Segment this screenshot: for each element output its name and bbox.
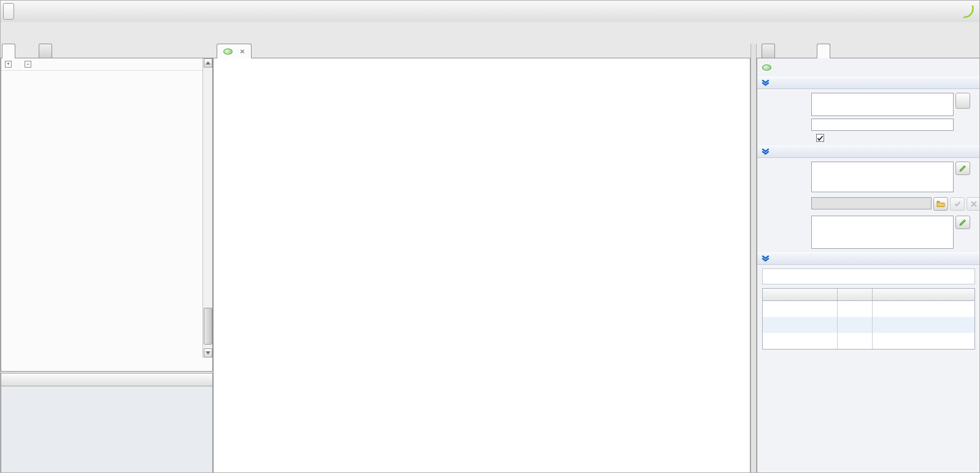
- app-window: + − ×: [0, 0, 980, 473]
- panel-splitter[interactable]: [750, 44, 757, 473]
- folder-icon: [936, 200, 946, 208]
- collapse-all-button[interactable]: −: [25, 61, 34, 68]
- liens-toolbar: [762, 268, 975, 284]
- liens-table: [762, 288, 975, 350]
- menu-bar: [3, 3, 14, 20]
- auto-name-checkbox[interactable]: [816, 134, 824, 142]
- liens-empty-row: [763, 317, 974, 333]
- overview-title: [1, 373, 212, 386]
- scroll-up-button[interactable]: [204, 58, 212, 68]
- x-icon: [971, 201, 977, 207]
- aide-input[interactable]: [811, 216, 954, 249]
- project-panel: + −: [1, 58, 213, 372]
- auto-name-row: [757, 132, 980, 146]
- tree-scrollbar[interactable]: [203, 58, 212, 358]
- minus-box-icon: −: [25, 61, 31, 68]
- liens-empty-row: [763, 333, 974, 349]
- chevron-down-icon: [762, 80, 770, 86]
- logo-swoosh-icon: [963, 5, 974, 20]
- section-general[interactable]: [757, 77, 980, 89]
- nom-int-input[interactable]: [811, 119, 954, 131]
- diagram-svg: [214, 58, 750, 473]
- descr-input[interactable]: [811, 162, 954, 192]
- abstract-model-icon: [223, 49, 233, 55]
- edit-aide-button[interactable]: [955, 216, 970, 229]
- clear-button: [966, 197, 980, 211]
- scroll-thumb[interactable]: [204, 308, 212, 345]
- project-tree: [1, 71, 212, 370]
- chevron-down-icon: [762, 256, 770, 262]
- minimap[interactable]: [1, 386, 212, 473]
- etendue-input: [811, 197, 932, 209]
- confirm-button: [950, 197, 965, 211]
- liens-empty-row: [763, 301, 974, 317]
- libelle-input[interactable]: [811, 93, 954, 116]
- font-button[interactable]: [955, 93, 970, 109]
- tab-explorateur[interactable]: [39, 44, 52, 58]
- section-description[interactable]: [757, 146, 980, 158]
- pencil-icon: [959, 164, 967, 173]
- section-liens[interactable]: [757, 252, 980, 265]
- etendue-label: [757, 197, 811, 199]
- abstract-model-icon: [762, 64, 771, 71]
- overview-panel: [1, 373, 213, 473]
- expand-all-button[interactable]: +: [5, 61, 15, 68]
- app-logo: [963, 5, 974, 20]
- tab-composants[interactable]: [762, 44, 775, 58]
- tab-projets[interactable]: [2, 44, 15, 58]
- scroll-down-button[interactable]: [204, 348, 212, 358]
- tree-actions: + −: [1, 58, 212, 71]
- liens-table-header: [763, 289, 974, 301]
- object-type-row: [757, 58, 980, 77]
- properties-panel: [757, 58, 980, 473]
- aide-label: [757, 216, 811, 217]
- libelle-label: [757, 93, 811, 95]
- pencil-icon: [959, 218, 967, 227]
- browse-folder-button[interactable]: [933, 197, 948, 211]
- top-bar: [1, 1, 980, 22]
- check-icon: [954, 201, 961, 207]
- plus-box-icon: +: [5, 61, 12, 68]
- chevron-down-icon: [762, 149, 770, 155]
- close-tab-icon[interactable]: ×: [240, 49, 245, 55]
- tab-cartographie[interactable]: ×: [217, 44, 252, 58]
- descr-label: [757, 162, 811, 163]
- edit-descr-button[interactable]: [955, 162, 970, 175]
- nom-int-label: [757, 119, 811, 120]
- tab-proprietes[interactable]: [817, 44, 830, 58]
- diagram-canvas[interactable]: [213, 58, 750, 473]
